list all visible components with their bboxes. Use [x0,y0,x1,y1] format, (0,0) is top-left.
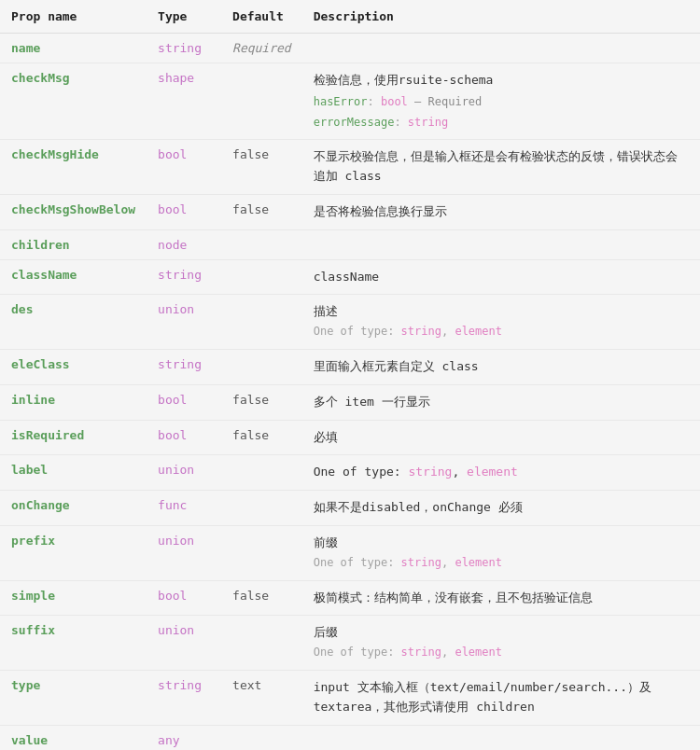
prop-desc-cell [302,229,700,259]
prop-desc-cell: 描述One of type: string, element [302,295,700,350]
table-row: onChangefunc如果不是disabled，onChange 必须 [0,491,700,526]
prop-type-cell: union [147,295,221,350]
table-row: isRequiredboolfalse必填 [0,420,700,455]
prop-type-cell: shape [147,63,221,140]
prop-default-cell: Required [221,34,302,63]
table-row: typestringtextinput 文本输入框（text/email/num… [0,670,700,725]
table-row: eleClassstring里面输入框元素自定义 class [0,349,700,384]
required-badge: — Required [408,95,482,108]
desc-main-text: 前缀 [314,535,338,549]
table-row: childrennode [0,229,700,259]
prop-desc-cell: input 文本输入框（text/email/number/search...）… [302,670,700,725]
prop-default-cell [221,259,302,295]
prop-type-cell: bool [147,420,221,455]
desc-main-text: 必填 [314,430,338,444]
prop-type-cell: union [147,616,221,671]
prop-default-cell [221,616,302,671]
prop-desc-cell: 前缀One of type: string, element [302,525,700,580]
type-string: string [401,646,441,659]
prop-type-cell: any [147,725,221,750]
prop-name-cell: children [0,229,147,259]
prop-name-cell: name [0,34,147,63]
table-row: valueany [0,725,700,750]
prop-desc-cell: 多个 item 一行显示 [302,384,700,420]
table-row: prefixunion前缀One of type: string, elemen… [0,525,700,580]
desc-main-text: 检验信息，使用rsuite-schema [314,73,494,87]
prop-type-cell: func [147,491,221,526]
schema-colon: : [367,95,380,108]
type-string: string [401,556,441,569]
prop-name-cell: value [0,725,147,750]
prop-desc-cell [302,34,700,63]
prop-name-cell: inline [0,384,147,420]
type-string: string [401,325,441,338]
prop-desc-cell: One of type: string, element [302,455,700,491]
desc-extra-line: hasError: bool — Required [314,93,689,111]
prop-name-cell: type [0,670,147,725]
desc-extra-line: errorMessage: string [314,114,689,132]
schema-key: errorMessage [314,116,395,129]
desc-main-text: 里面输入框元素自定义 class [314,359,479,373]
prop-name-cell: prefix [0,525,147,580]
desc-one-of-type: One of type: string, element [314,325,502,338]
prop-name-cell: checkMsgShowBelow [0,194,147,229]
prop-default-cell [221,491,302,526]
prop-type-cell: bool [147,140,221,195]
prop-desc-cell: 必填 [302,420,700,455]
col-header-type: Type [147,0,221,34]
prop-desc-cell: className [302,259,700,295]
desc-main-text: input 文本输入框（text/email/number/search...）… [314,680,651,714]
prop-type-cell: string [147,259,221,295]
prop-type-cell: union [147,525,221,580]
prop-desc-cell: 极简模式：结构简单，没有嵌套，且不包括验证信息 [302,580,700,616]
desc-one-of-type: One of type: string, element [314,646,502,659]
prop-desc-cell: 如果不是disabled，onChange 必须 [302,491,700,526]
col-header-prop-name: Prop name [0,0,147,34]
prop-desc-cell [302,725,700,750]
prop-type-cell: node [147,229,221,259]
prop-default-cell: false [221,384,302,420]
prop-name-cell: des [0,295,147,350]
prop-name-cell: isRequired [0,420,147,455]
prop-desc-cell: 不显示校验信息，但是输入框还是会有检验状态的反馈，错误状态会追加 class [302,140,700,195]
desc-main-text: 是否将检验信息换行显示 [314,204,447,218]
prop-type-cell: string [147,670,221,725]
prop-desc-cell: 是否将检验信息换行显示 [302,194,700,229]
table-row: checkMsgHideboolfalse不显示校验信息，但是输入框还是会有检验… [0,140,700,195]
type-element: element [455,556,502,569]
prop-name-cell: simple [0,580,147,616]
desc-main-text: className [314,270,379,284]
prop-default-cell [221,63,302,140]
table-row: checkMsgShowBelowboolfalse是否将检验信息换行显示 [0,194,700,229]
prop-desc-cell: 后缀One of type: string, element [302,616,700,671]
prop-name-cell: onChange [0,491,147,526]
schema-colon: : [394,116,407,129]
table-row: classNamestringclassName [0,259,700,295]
prop-default-cell [221,295,302,350]
table-row: suffixunion后缀One of type: string, elemen… [0,616,700,671]
schema-type: string [408,116,448,129]
prop-name-cell: checkMsg [0,63,147,140]
prop-type-cell: string [147,34,221,63]
prop-default-cell: false [221,420,302,455]
table-row: namestringRequired [0,34,700,63]
schema-key: hasError [314,95,368,108]
prop-type-cell: bool [147,580,221,616]
col-header-default: Default [221,0,302,34]
desc-main-text: 不显示校验信息，但是输入框还是会有检验状态的反馈，错误状态会追加 class [314,149,678,183]
type-string: string [408,465,452,479]
table-row: inlineboolfalse多个 item 一行显示 [0,384,700,420]
prop-default-cell: text [221,670,302,725]
table-row: simpleboolfalse极简模式：结构简单，没有嵌套，且不包括验证信息 [0,580,700,616]
desc-main-text: 如果不是disabled，onChange 必须 [314,500,523,514]
prop-default-cell [221,455,302,491]
prop-name-cell: className [0,259,147,295]
prop-name-cell: eleClass [0,349,147,384]
prop-desc-cell: 里面输入框元素自定义 class [302,349,700,384]
prop-type-cell: bool [147,384,221,420]
prop-desc-cell: 检验信息，使用rsuite-schemahasError: bool — Req… [302,63,700,140]
props-table-container: Prop name Type Default Description names… [0,0,700,750]
prop-type-cell: union [147,455,221,491]
prop-default-cell [221,725,302,750]
prop-name-cell: checkMsgHide [0,140,147,195]
